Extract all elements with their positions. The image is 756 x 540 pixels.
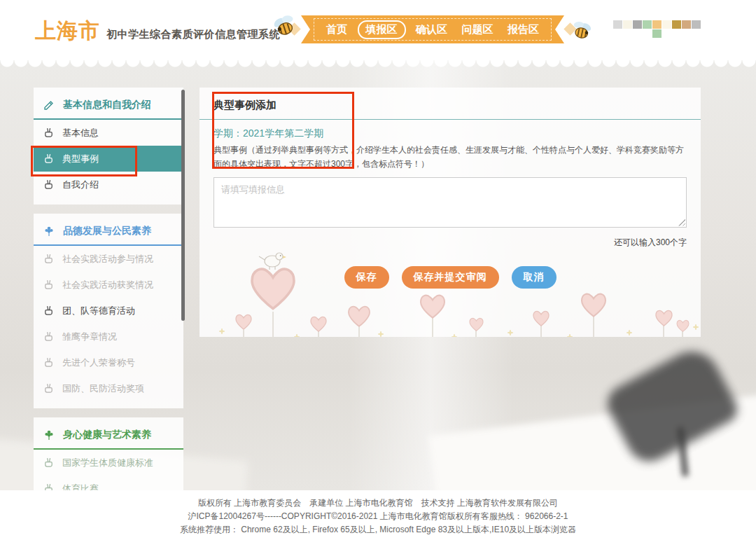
nav-item-question-area[interactable]: 问题区 (458, 22, 498, 38)
logo-city-text: 上海市 (35, 17, 100, 46)
button-row: 保存 保存并提交审阅 取消 (214, 266, 687, 289)
deco-square (682, 20, 691, 29)
deco-square (662, 20, 671, 29)
page: 上海市 初中学生综合素质评价信息管理系统 首页 填报区 确认区 问题区 报告区 (0, 0, 756, 540)
sidebar-item-label: 基本信息 (62, 127, 99, 139)
nav-item-report-area[interactable]: 报告区 (503, 22, 543, 38)
sidebar-item-league-moral-activities[interactable]: 团、队等德育活动 (34, 298, 183, 324)
section-title: 身心健康与艺术素养 (63, 429, 151, 441)
sidebar-item-label: 社会实践活动获奖情况 (62, 279, 153, 291)
save-submit-button[interactable]: 保存并提交审阅 (402, 266, 499, 289)
sidebar: 基本信息和自我介绍 基本信息 典型事例 (34, 88, 183, 508)
main-panel: 典型事例添加 学期：2021学年第二学期 典型事例（通过列举典型事例等方式，介绍… (200, 88, 701, 337)
flower-icon (43, 226, 55, 237)
victory-hand-icon (43, 279, 54, 290)
sidebar-item-label: 先进个人荣誉称号 (62, 356, 135, 369)
victory-hand-icon (43, 153, 54, 164)
sidebar-item-label: 自我介绍 (62, 179, 99, 191)
victory-hand-icon (43, 457, 54, 468)
sidebar-item-label: 国家学生体质健康标准 (62, 457, 153, 469)
footer-line-copyright: 版权所有 上海市教育委员会 承建单位 上海市电化教育馆 技术支持 上海教育软件发… (0, 497, 756, 510)
semester-label: 学期：2021学年第二学期 (214, 127, 687, 140)
deco-square (672, 20, 681, 29)
deco-square (643, 20, 652, 29)
header-scallop-edge (0, 60, 756, 67)
section-title: 品德发展与公民素养 (63, 225, 151, 237)
sidebar-item-basic-info[interactable]: 基本信息 (34, 120, 183, 146)
deco-square (623, 20, 632, 29)
flower-icon (43, 429, 55, 441)
sidebar-item-defense-activity-awards[interactable]: 国防、民防活动奖项 (34, 375, 183, 401)
header: 上海市 初中学生综合素质评价信息管理系统 首页 填报区 确认区 问题区 报告区 (0, 0, 756, 60)
victory-hand-icon (43, 331, 54, 342)
sidebar-item-honor-titles[interactable]: 先进个人荣誉称号 (34, 349, 183, 375)
footer: 版权所有 上海市教育委员会 承建单位 上海市电化教育馆 技术支持 上海教育软件发… (0, 490, 756, 540)
sidebar-section-header: 身心健康与艺术素养 (34, 420, 183, 450)
victory-hand-icon (43, 383, 54, 394)
victory-hand-icon (43, 179, 54, 190)
deco-square (633, 20, 642, 29)
sidebar-item-social-practice-participation[interactable]: 社会实践活动参与情况 (34, 246, 183, 272)
sidebar-item-label: 典型事例 (62, 153, 99, 165)
sidebar-section-header: 品德发展与公民素养 (34, 216, 183, 246)
sidebar-item-typical-case[interactable]: 典型事例 (34, 146, 183, 172)
logo-subtitle-text: 初中学生综合素质评价信息管理系统 (106, 28, 280, 41)
nav-item-fill-area[interactable]: 填报区 (358, 20, 406, 39)
sidebar-scrollbar[interactable] (181, 90, 185, 321)
footer-line-icp: 沪ICP备12004267号------COPYRIGHT©2016-2021 … (0, 510, 756, 523)
nav-item-confirm-area[interactable]: 确认区 (412, 22, 451, 38)
deco-square (613, 20, 622, 29)
cancel-button[interactable]: 取消 (512, 266, 556, 289)
footer-line-browsers: 系统推荐使用： Chrome 62及以上, Firefox 65及以上, Mic… (0, 523, 756, 536)
sidebar-item-label: 国防、民防活动奖项 (62, 382, 144, 395)
deco-square (652, 20, 662, 29)
page-title: 典型事例添加 (214, 99, 687, 112)
decorative-pixel-squares (613, 20, 701, 29)
sidebar-item-label: 社会实践活动参与情况 (62, 253, 153, 265)
save-button[interactable]: 保存 (344, 266, 389, 289)
nav-item-home[interactable]: 首页 (322, 22, 351, 38)
app-logo: 上海市 初中学生综合素质评价信息管理系统 (35, 17, 280, 46)
char-counter: 还可以输入300个字 (214, 237, 687, 249)
sidebar-section-header: 基本信息和自我介绍 (34, 90, 183, 120)
sidebar-item-social-practice-awards[interactable]: 社会实践活动获奖情况 (34, 272, 183, 298)
sidebar-section-moral-civic: 品德发展与公民素养 社会实践活动参与情况 社会实践活动获奖情况 (34, 214, 183, 408)
sidebar-item-self-intro[interactable]: 自我介绍 (34, 172, 183, 198)
sidebar-section-basic-info: 基本信息和自我介绍 基本信息 典型事例 (34, 88, 183, 205)
edit-icon (43, 99, 55, 111)
sidebar-item-young-eagle-badge[interactable]: 雏鹰争章情况 (34, 324, 183, 349)
section-title: 基本信息和自我介绍 (63, 99, 151, 111)
sidebar-item-fitness-standard[interactable]: 国家学生体质健康标准 (34, 450, 183, 476)
hearts-decoration (200, 247, 701, 337)
main-nav-ribbon: 首页 填报区 确认区 问题区 报告区 (301, 15, 564, 43)
deco-square (692, 20, 701, 29)
sidebar-item-label: 团、队等德育活动 (62, 305, 135, 317)
sidebar-item-label: 雏鹰争章情况 (62, 331, 117, 343)
panel-divider (200, 119, 701, 120)
victory-hand-icon (43, 127, 54, 138)
victory-hand-icon (43, 305, 54, 316)
deco-square (652, 29, 662, 38)
victory-hand-icon (43, 254, 54, 264)
bee-icon (569, 19, 594, 45)
case-textarea[interactable] (214, 177, 687, 228)
victory-hand-icon (43, 357, 54, 368)
typical-case-description: 典型事例（通过列举典型事例等方式，介绍学生本人的社会责任感、生涯发展与才能、个性… (214, 144, 687, 172)
